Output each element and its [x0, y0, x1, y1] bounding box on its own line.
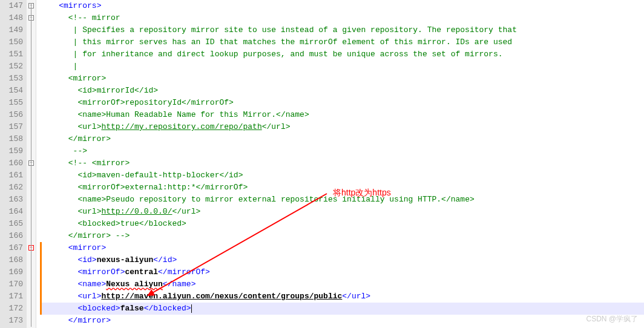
code-line[interactable]: | this mirror serves has an ID that matc…: [40, 36, 644, 48]
line-number: 173: [2, 315, 23, 327]
code-line[interactable]: <id>maven-default-http-blocker</id>: [40, 169, 644, 182]
change-marker: [40, 254, 42, 266]
code-line[interactable]: </mirror>: [40, 315, 644, 327]
fold-column[interactable]: −−−−: [27, 0, 36, 328]
line-number: 168: [2, 254, 23, 266]
line-number-gutter: 1471481491501511521531541551561571581591…: [0, 0, 27, 328]
code-line[interactable]: <mirror>: [40, 242, 644, 254]
line-number: 165: [2, 218, 23, 230]
code-editor[interactable]: 1471481491501511521531541551561571581591…: [0, 0, 644, 328]
code-line[interactable]: </mirror> -->: [40, 230, 644, 242]
line-number: 166: [2, 230, 23, 242]
line-number: 163: [2, 194, 23, 206]
code-line[interactable]: <id>nexus-aliyun</id>: [40, 254, 644, 266]
code-line[interactable]: | Specifies a repository mirror site to …: [40, 24, 644, 36]
line-number: 149: [2, 24, 23, 36]
code-line[interactable]: <blocked>false</blocked>: [40, 303, 644, 315]
line-number: 153: [2, 73, 23, 85]
change-marker: [40, 290, 42, 303]
change-marker: [40, 242, 42, 254]
code-line[interactable]: </mirror>: [40, 133, 644, 145]
code-line[interactable]: <mirrorOf>repositoryId</mirrorOf>: [40, 97, 644, 109]
line-number: 156: [2, 109, 23, 121]
line-number: 172: [2, 303, 23, 315]
line-number: 161: [2, 169, 23, 182]
line-number: 169: [2, 266, 23, 278]
code-line[interactable]: <name>Pseudo repository to mirror extern…: [40, 194, 644, 206]
code-area[interactable]: <mirrors> <!-- mirror | Specifies a repo…: [36, 0, 644, 328]
code-line[interactable]: <url>http://maven.aliyun.com/nexus/conte…: [40, 290, 644, 303]
line-number: 159: [2, 145, 23, 157]
line-number: 148: [2, 12, 23, 24]
code-line[interactable]: |: [40, 61, 644, 73]
code-line[interactable]: <url>http://my.repository.com/repo/path<…: [40, 121, 644, 133]
code-line[interactable]: -->: [40, 145, 644, 157]
code-line[interactable]: <mirrorOf>central</mirrorOf>: [40, 266, 644, 278]
line-number: 158: [2, 133, 23, 145]
change-marker: [40, 266, 42, 278]
change-marker: [40, 278, 42, 290]
code-line[interactable]: <url>http://0.0.0.0/</url>: [40, 206, 644, 218]
code-line[interactable]: <mirrors>: [40, 0, 644, 12]
line-number: 164: [2, 206, 23, 218]
code-line[interactable]: <id>mirrorId</id>: [40, 85, 644, 97]
line-number: 155: [2, 97, 23, 109]
code-line[interactable]: <blocked>true</blocked>: [40, 218, 644, 230]
change-marker: [40, 303, 42, 315]
code-line[interactable]: <name>Human Readable Name for this Mirro…: [40, 109, 644, 121]
line-number: 154: [2, 85, 23, 97]
line-number: 147: [2, 0, 23, 12]
line-number: 152: [2, 61, 23, 73]
code-line[interactable]: <!-- <mirror>: [40, 157, 644, 169]
line-number: 171: [2, 290, 23, 303]
line-number: 170: [2, 278, 23, 290]
line-number: 167: [2, 242, 23, 254]
code-line[interactable]: <name>Nexus aliyun</name>: [40, 278, 644, 290]
code-line[interactable]: <mirrorOf>external:http:*</mirrorOf>: [40, 182, 644, 194]
line-number: 150: [2, 36, 23, 48]
line-number: 151: [2, 48, 23, 61]
code-line[interactable]: <mirror>: [40, 73, 644, 85]
line-number: 162: [2, 182, 23, 194]
code-line[interactable]: | for inheritance and direct lookup purp…: [40, 48, 644, 61]
line-number: 160: [2, 157, 23, 169]
code-line[interactable]: <!-- mirror: [40, 12, 644, 24]
line-number: 157: [2, 121, 23, 133]
